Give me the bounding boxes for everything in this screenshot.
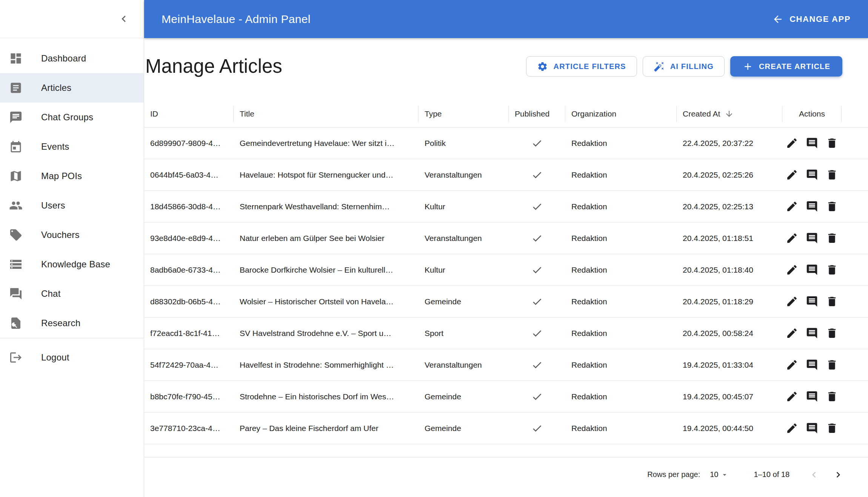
edit-article-button[interactable] [784, 262, 800, 278]
table-row[interactable]: 3e778710-23ca-4…Parey – Das kleine Fisch… [144, 413, 868, 444]
sidebar-item-chat-groups[interactable]: Chat Groups [0, 103, 144, 132]
column-header-created-at[interactable]: Created At [677, 100, 782, 127]
cell-type: Kultur [419, 202, 509, 211]
column-header-id[interactable]: ID [144, 100, 234, 127]
table-row[interactable]: 93e8d40e-e8d9-4…Natur erleben am Gülper … [144, 222, 868, 254]
people-icon [9, 199, 23, 212]
cell-created-at: 22.4.2025, 20:37:22 [677, 139, 782, 148]
column-header-organization[interactable]: Organization [565, 100, 677, 127]
delete-article-button[interactable] [824, 135, 840, 151]
delete-icon [826, 232, 838, 244]
sidebar-item-vouchers[interactable]: Vouchers [0, 220, 144, 250]
cell-organization: Redaktion [565, 202, 677, 211]
article-filters-label: ARTICLE FILTERS [554, 62, 626, 71]
comments-button[interactable] [804, 199, 820, 214]
cell-type: Veranstaltungen [419, 234, 509, 243]
sidebar-item-logout[interactable]: Logout [0, 343, 144, 372]
delete-article-button[interactable] [824, 325, 840, 341]
sidebar-item-label: Chat Groups [41, 112, 93, 123]
sidebar-item-research[interactable]: Research [0, 308, 144, 338]
sidebar-item-dashboard[interactable]: Dashboard [0, 44, 144, 73]
table-row[interactable]: 0644bf45-6a03-4…Havelaue: Hotspot für St… [144, 159, 868, 191]
column-header-published[interactable]: Published [509, 100, 565, 127]
cell-type: Gemeinde [419, 392, 509, 401]
column-header-type[interactable]: Type [419, 100, 509, 127]
delete-article-button[interactable] [824, 167, 840, 183]
edit-icon [786, 232, 798, 244]
toolbar: ARTICLE FILTERS AI FILLING CREATE ARTICL… [526, 56, 842, 77]
cell-type: Sport [419, 329, 509, 338]
create-article-button[interactable]: CREATE ARTICLE [730, 56, 842, 77]
delete-article-button[interactable] [824, 230, 840, 246]
comments-button[interactable] [804, 325, 820, 341]
comments-button[interactable] [804, 230, 820, 246]
table-row[interactable]: 8adb6a0e-6733-4…Barocke Dorfkirche Wolsi… [144, 254, 868, 286]
cell-id: 93e8d40e-e8d9-4… [144, 234, 234, 243]
column-header-title[interactable]: Title [234, 100, 419, 127]
ai-filling-button[interactable]: AI FILLING [643, 56, 725, 77]
cell-id: 0644bf45-6a03-4… [144, 170, 234, 179]
delete-icon [826, 295, 838, 308]
table-row[interactable]: d88302db-06b5-4…Wolsier – Historischer O… [144, 286, 868, 318]
dropdown-caret-icon [720, 471, 729, 479]
cell-title: Gemeindevertretung Havelaue: Wer sitzt i… [234, 139, 419, 148]
pagination-nav [805, 466, 847, 483]
table-row[interactable]: 54f72429-70aa-4…Havelfest in Strodehne: … [144, 349, 868, 381]
check-icon [531, 264, 543, 276]
comments-button[interactable] [804, 389, 820, 404]
sidebar-item-map-pois[interactable]: Map POIs [0, 161, 144, 191]
sidebar-item-chat[interactable]: Chat [0, 279, 144, 308]
comments-button[interactable] [804, 135, 820, 151]
delete-article-button[interactable] [824, 420, 840, 436]
delete-article-button[interactable] [824, 389, 840, 404]
edit-article-button[interactable] [784, 389, 800, 404]
edit-article-button[interactable] [784, 357, 800, 373]
table-body: 6d899907-9809-4…Gemeindevertretung Havel… [144, 127, 868, 444]
sidebar-item-label: Events [41, 141, 69, 152]
edit-article-button[interactable] [784, 230, 800, 246]
collapse-sidebar-button[interactable] [114, 9, 133, 28]
edit-article-button[interactable] [784, 420, 800, 436]
delete-article-button[interactable] [824, 357, 840, 373]
delete-article-button[interactable] [824, 294, 840, 309]
cell-created-at: 20.4.2025, 00:58:24 [677, 329, 782, 338]
rows-per-page-select[interactable]: 10 [710, 470, 729, 479]
sidebar-item-label: Logout [41, 352, 69, 363]
edit-article-button[interactable] [784, 294, 800, 309]
cell-published [509, 169, 565, 181]
edit-article-button[interactable] [784, 325, 800, 341]
cell-organization: Redaktion [565, 360, 677, 370]
delete-article-button[interactable] [824, 199, 840, 214]
edit-article-button[interactable] [784, 199, 800, 214]
edit-article-button[interactable] [784, 167, 800, 183]
table-row[interactable]: 6d899907-9809-4…Gemeindevertretung Havel… [144, 127, 868, 159]
article-filters-button[interactable]: ARTICLE FILTERS [526, 56, 637, 77]
sidebar-item-events[interactable]: Events [0, 132, 144, 161]
comments-button[interactable] [804, 262, 820, 278]
cell-id: 8adb6a0e-6733-4… [144, 265, 234, 275]
edit-article-button[interactable] [784, 135, 800, 151]
next-page-button[interactable] [830, 466, 847, 483]
sidebar-item-articles[interactable]: Articles [0, 73, 144, 103]
table-row[interactable]: b8bc70fe-f790-45…Strodehne – Ein histori… [144, 381, 868, 413]
comments-button[interactable] [804, 167, 820, 183]
cell-title: Sternenpark Westhavelland: Sternenhim… [234, 202, 419, 211]
check-icon [531, 201, 543, 212]
articles-table: ID Title Type Published Organization Cre… [144, 100, 868, 457]
cell-title: Natur erleben am Gülper See bei Wolsier [234, 234, 419, 243]
sidebar-item-label: Articles [41, 83, 71, 93]
comments-button[interactable] [804, 357, 820, 373]
table-row[interactable]: f72eacd1-8c1f-41…SV Havelstrand Strodehn… [144, 318, 868, 349]
cell-published [509, 201, 565, 212]
delete-icon [826, 169, 838, 181]
cell-title: SV Havelstrand Strodehne e.V. – Sport u… [234, 329, 419, 338]
change-app-button[interactable]: CHANGE APP [772, 14, 851, 25]
sidebar-item-users[interactable]: Users [0, 191, 144, 220]
sidebar-item-label: Map POIs [41, 171, 82, 181]
table-row[interactable]: 18d45866-30d8-4…Sternenpark Westhavellan… [144, 191, 868, 222]
comments-button[interactable] [804, 420, 820, 436]
previous-page-button[interactable] [805, 466, 823, 483]
sidebar-item-knowledge-base[interactable]: Knowledge Base [0, 250, 144, 279]
comments-button[interactable] [804, 294, 820, 309]
delete-article-button[interactable] [824, 262, 840, 278]
